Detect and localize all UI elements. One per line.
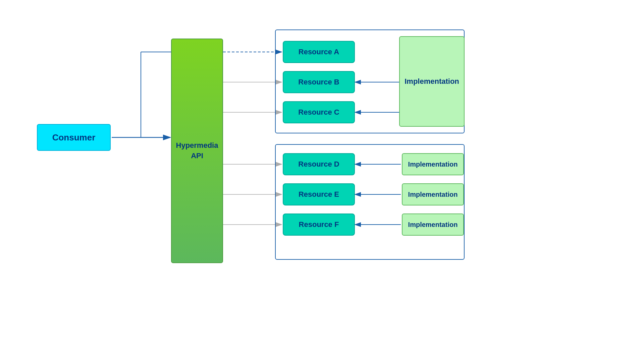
api-box: HypermediaAPI xyxy=(171,39,223,263)
resource-f-label: Resource F xyxy=(299,220,339,229)
resource-d-label: Resource D xyxy=(298,160,339,169)
impl-large-label: Implementation xyxy=(405,77,459,86)
resource-d-box: Resource D xyxy=(283,153,355,175)
impl-d-label: Implementation xyxy=(408,161,458,168)
consumer-label: Consumer xyxy=(52,132,96,143)
resource-e-box: Resource E xyxy=(283,183,355,205)
impl-f-label: Implementation xyxy=(408,221,458,229)
resource-e-label: Resource E xyxy=(299,190,339,199)
resource-b-box: Resource B xyxy=(283,71,355,93)
resource-b-label: Resource B xyxy=(298,78,339,86)
resource-a-label: Resource A xyxy=(299,48,339,56)
impl-f-box: Implementation xyxy=(402,214,464,236)
consumer-box: Consumer xyxy=(37,124,111,151)
resource-a-box: Resource A xyxy=(283,41,355,63)
diagram-container: Consumer HypermediaAPI Resource A Resour… xyxy=(0,0,644,362)
impl-d-box: Implementation xyxy=(402,153,464,175)
resource-c-box: Resource C xyxy=(283,101,355,123)
api-label: HypermediaAPI xyxy=(176,140,218,161)
impl-e-box: Implementation xyxy=(402,183,464,205)
resource-c-label: Resource C xyxy=(298,108,339,117)
impl-large-box: Implementation xyxy=(399,36,465,127)
resource-f-box: Resource F xyxy=(283,214,355,236)
impl-e-label: Implementation xyxy=(408,191,458,198)
